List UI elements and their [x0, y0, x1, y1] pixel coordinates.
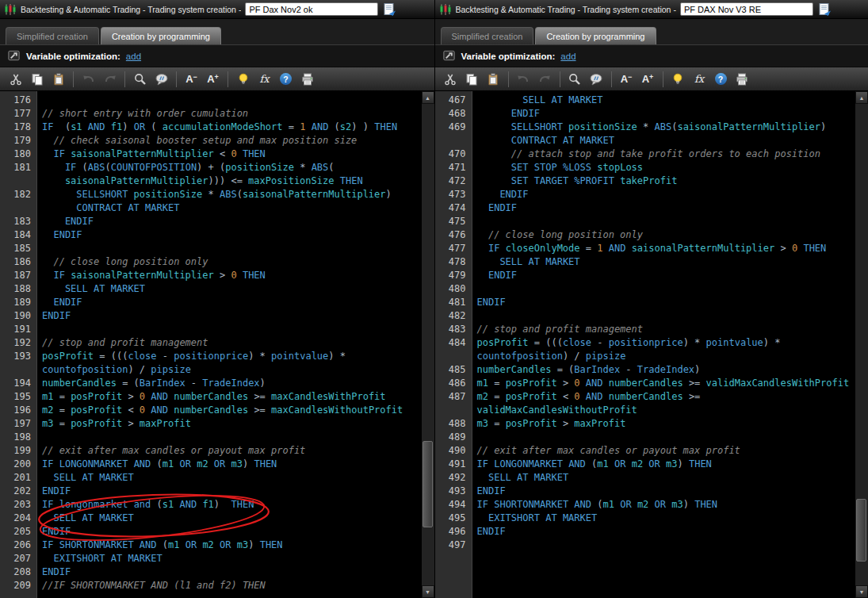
- up-arrow-icon: ▲: [859, 95, 865, 101]
- line-number: 476: [435, 228, 472, 242]
- code-line: 489: [435, 431, 855, 444]
- system-name-input[interactable]: [245, 2, 378, 16]
- increase-font-size-button[interactable]: A+: [203, 70, 223, 89]
- code-line: 487m2 = posProfit < 0 AND numberCandles …: [435, 390, 855, 417]
- code-text: //IF SHORTONMARKET AND (l1 and f2) THEN: [37, 579, 421, 592]
- code-text: m3 = posProfit > maxProfit: [472, 417, 855, 431]
- code-text: [37, 431, 421, 444]
- tab-creation-by-programming[interactable]: Creation by programming: [101, 27, 221, 44]
- add-variable-link[interactable]: add: [126, 52, 141, 61]
- system-name-input[interactable]: [680, 2, 813, 16]
- paste-button[interactable]: [48, 70, 68, 89]
- code-text: // exit after max candles or payout max …: [37, 444, 421, 458]
- toolbar-separator: [560, 71, 560, 87]
- tab-simplified-creation[interactable]: Simplified creation: [441, 27, 534, 44]
- code-text: // stop and profit management: [472, 323, 855, 336]
- scroll-down-button[interactable]: ▼: [422, 585, 434, 598]
- scrollbar-track[interactable]: [855, 104, 868, 585]
- code-text: IF closeOnlyMode = 1 AND saisonalPattern…: [472, 242, 855, 255]
- add-variable-link[interactable]: add: [560, 52, 575, 61]
- line-number: 197: [0, 417, 37, 431]
- help-icon: ?: [280, 73, 292, 85]
- editor-toolbar: A−A+fx?: [0, 67, 434, 91]
- code-line: 208ENDIF: [0, 565, 421, 579]
- line-number: 483: [435, 323, 472, 336]
- code-line: 478SELL AT MARKET: [435, 255, 855, 269]
- code-text: IF LONGONMARKET AND (m1 OR m2 OR m3) THE…: [472, 458, 855, 471]
- code-text: SELLSHORT positionSize * ABS(saisonalPat…: [37, 188, 421, 215]
- code-text: m3 = posProfit > maxProfit: [37, 417, 421, 431]
- cut-button[interactable]: [441, 70, 461, 89]
- print-button[interactable]: [732, 70, 752, 89]
- copy-button[interactable]: [27, 70, 47, 89]
- line-number: 205: [0, 525, 37, 539]
- code-suggestions-button[interactable]: [233, 70, 253, 89]
- line-number: 490: [435, 444, 472, 458]
- comment-button[interactable]: [587, 70, 606, 89]
- cut-button[interactable]: [6, 70, 25, 89]
- zoom-button[interactable]: [130, 70, 150, 89]
- vertical-scrollbar[interactable]: ▲ ▼: [421, 91, 434, 598]
- print-button[interactable]: [297, 70, 317, 89]
- code-line: 468ENDIF: [435, 107, 855, 121]
- line-number: 180: [0, 148, 37, 161]
- code-text: EXITSHORT AT MARKET: [37, 552, 421, 565]
- line-number: 470: [435, 148, 472, 161]
- increase-font-size-button[interactable]: A+: [638, 70, 658, 89]
- tab-creation-by-programming[interactable]: Creation by programming: [535, 27, 656, 44]
- code-line: 469SELLSHORT positionSize * ABS(saisonal…: [435, 121, 855, 148]
- line-number: 186: [0, 255, 37, 269]
- tab-simplified-creation[interactable]: Simplified creation: [6, 27, 99, 44]
- system-properties-icon[interactable]: [817, 2, 832, 17]
- code-area[interactable]: 467SELL AT MARKET468ENDIF469SELLSHORT po…: [435, 91, 855, 598]
- scroll-up-button[interactable]: ▲: [855, 91, 868, 104]
- code-line: 200IF LONGONMARKET AND (m1 OR m2 OR m3) …: [0, 458, 421, 471]
- code-text: IF saisonalPatternMultiplier > 0 THEN: [37, 269, 421, 282]
- paste-button[interactable]: [484, 70, 503, 89]
- code-text: m2 = posProfit < 0 AND numberCandles >= …: [472, 390, 855, 417]
- code-suggestions-button[interactable]: [668, 70, 688, 89]
- code-area[interactable]: 176177// short entry with order cumulati…: [0, 91, 421, 598]
- code-text: m2 = posProfit < 0 AND numberCandles >= …: [37, 404, 421, 417]
- redo-button[interactable]: [535, 70, 555, 89]
- copy-button[interactable]: [462, 70, 482, 89]
- code-text: ENDIF: [37, 296, 421, 309]
- vertical-scrollbar[interactable]: ▲ ▼: [855, 91, 868, 598]
- code-text: [472, 431, 855, 444]
- line-number: 494: [435, 498, 472, 512]
- help-button[interactable]: ?: [711, 70, 731, 89]
- code-line: 178IF (s1 AND f1) OR ( accumulationModeS…: [0, 121, 421, 134]
- line-number: 485: [435, 363, 472, 377]
- redo-button[interactable]: [100, 70, 120, 89]
- scrollbar-thumb[interactable]: [856, 499, 866, 562]
- code-text: numberCandles = (BarIndex - TradeIndex): [37, 377, 421, 390]
- scrollbar-track[interactable]: [422, 104, 434, 585]
- zoom-button[interactable]: [565, 70, 585, 89]
- code-text: IF saisonalPatternMultiplier < 0 THEN: [37, 148, 421, 161]
- scroll-down-button[interactable]: ▼: [855, 585, 868, 598]
- code-line: 485numberCandles = (BarIndex - TradeInde…: [435, 363, 855, 377]
- code-line: 475: [435, 215, 855, 228]
- code-line: 176: [0, 94, 421, 107]
- comment-button[interactable]: [151, 70, 171, 89]
- decrease-font-size-button[interactable]: A−: [617, 70, 637, 89]
- paste-icon: [486, 72, 500, 86]
- line-number: 185: [0, 242, 37, 255]
- comment-icon: [155, 72, 169, 86]
- scrollbar-thumb[interactable]: [423, 441, 433, 527]
- toolbar-separator: [508, 71, 509, 87]
- code-text: [472, 215, 855, 228]
- scroll-up-button[interactable]: ▲: [422, 91, 434, 104]
- insert-function-button[interactable]: fx: [690, 70, 709, 89]
- undo-button[interactable]: [514, 70, 533, 89]
- undo-button[interactable]: [78, 70, 98, 89]
- line-number: 479: [435, 269, 472, 282]
- insert-function-button[interactable]: fx: [254, 70, 274, 89]
- line-number: 469: [435, 121, 472, 148]
- decrease-font-size-button[interactable]: A−: [182, 70, 201, 89]
- help-button[interactable]: ?: [276, 70, 296, 89]
- line-number: 203: [0, 498, 37, 512]
- system-properties-icon[interactable]: [382, 2, 397, 17]
- tab-bar: Simplified creation Creation by programm…: [435, 19, 868, 44]
- code-text: [472, 309, 855, 323]
